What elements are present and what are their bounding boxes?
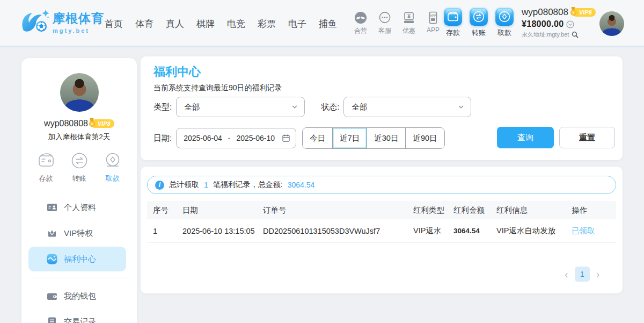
col-date: 日期 — [182, 205, 263, 216]
sidebar-action-label: 取款 — [106, 174, 120, 183]
logo-icon — [19, 9, 50, 35]
coupon-icon: ¥ — [402, 11, 416, 25]
app-download-button[interactable]: APP APP — [422, 11, 444, 35]
sidebar-item-vip[interactable]: VIP特权 — [28, 221, 126, 246]
promo-button[interactable]: ¥ 优惠 — [398, 11, 420, 35]
summary-prefix: 总计领取 — [169, 180, 199, 190]
support-button[interactable]: 客服 — [374, 11, 396, 35]
welfare-table: 序号 日期 订单号 红利类型 红利金额 红利信息 操作 1 2025-06-10… — [147, 201, 616, 243]
welfare-results-card: i 总计领取 1 笔福利记录，总金额: 3064.54 序号 日期 订单号 红利… — [141, 167, 623, 293]
table-header: 序号 日期 订单号 红利类型 红利金额 红利信息 操作 — [147, 201, 616, 219]
id-card-icon — [47, 202, 57, 213]
calendar-icon — [282, 134, 290, 142]
logo[interactable]: 摩根体育 mgty.bet — [19, 9, 104, 35]
next-page-button[interactable]: › — [596, 267, 600, 282]
summary-amount: 3064.54 — [288, 181, 315, 189]
permanent-url: 永久地址:mgty.bet — [522, 31, 569, 39]
prev-page-button[interactable]: ‹ — [565, 267, 568, 282]
sidebar-item-records[interactable]: 交易记录 — [28, 310, 126, 323]
range-7days-button[interactable]: 近7日 — [332, 128, 367, 148]
date-to: 2025-06-10 — [236, 134, 275, 142]
top-header: 摩根体育 mgty.bet 首页 体育 真人 棋牌 电竞 彩票 电子 捕鱼 合营 — [0, 0, 644, 47]
summary-bar: i 总计领取 1 笔福利记录，总金额: 3064.54 — [147, 176, 616, 194]
transfer-tile — [470, 8, 488, 26]
cell-bonus-amount: 3064.54 — [453, 227, 496, 235]
type-select[interactable]: 全部 — [176, 97, 305, 117]
cell-order-no: DD202506101315053D3VWuJsf7 — [263, 227, 413, 235]
nav-esports[interactable]: 电竞 — [227, 18, 245, 30]
quick-icon-label: APP — [427, 26, 440, 34]
sidebar-item-label: VIP特权 — [64, 228, 93, 239]
sidebar-item-label: 我的钱包 — [64, 291, 96, 302]
nav-lottery[interactable]: 彩票 — [258, 18, 276, 30]
cell-bonus-info: VIP返水自动发放 — [496, 226, 572, 236]
date-from: 2025-06-04 — [184, 134, 222, 142]
range-30days-button[interactable]: 近30日 — [367, 128, 405, 148]
col-bonus-info: 红利信息 — [496, 205, 572, 216]
account-sidebar: wyp080808 VIP8 加入摩根体育第2天 存款 — [21, 58, 137, 323]
query-button[interactable]: 查询 — [497, 127, 554, 148]
sidebar-menu: 个人资料 VIP特权 — [21, 195, 137, 323]
chevron-down-icon — [458, 104, 464, 110]
withdraw-button[interactable]: 取款 — [494, 8, 515, 38]
pagination: ‹ 1 › — [565, 267, 599, 282]
logo-title: 摩根体育 — [53, 10, 104, 27]
nav-slots[interactable]: 电子 — [288, 18, 306, 30]
user-avatar[interactable] — [599, 11, 624, 36]
claimed-status-label: 已领取 — [572, 226, 616, 236]
medal-icon — [569, 7, 577, 16]
sidebar-item-welfare[interactable]: 福利中心 — [28, 247, 126, 271]
partner-button[interactable]: 合营 — [350, 11, 371, 35]
menu-divider — [30, 277, 128, 277]
wallet-action-label: 取款 — [497, 28, 511, 38]
sidebar-deposit-button[interactable]: 存款 — [34, 150, 58, 183]
nav-home[interactable]: 首页 — [105, 18, 123, 30]
sidebar-item-profile[interactable]: 个人资料 — [28, 195, 126, 220]
range-today-button[interactable]: 今日 — [303, 128, 332, 148]
withdraw-tile — [495, 8, 514, 26]
nav-card-games[interactable]: 棋牌 — [196, 18, 215, 30]
status-select[interactable]: 全部 — [343, 97, 471, 117]
type-label: 类型: — [153, 102, 172, 112]
quick-icon-label: 优惠 — [402, 26, 415, 35]
filter-row-type-status: 类型: 全部 状态: 全部 — [153, 97, 471, 117]
sidebar-avatar[interactable] — [60, 73, 99, 112]
sidebar-withdraw-button[interactable]: 取款 — [101, 150, 125, 183]
nav-sports[interactable]: 体育 — [135, 18, 153, 30]
username[interactable]: wyp080808 — [522, 7, 568, 18]
records-icon — [47, 317, 57, 323]
col-index: 序号 — [153, 205, 182, 216]
transfer-button[interactable]: 转账 — [468, 8, 489, 38]
sidebar-transfer-button[interactable]: 转账 — [68, 150, 91, 183]
quick-icon-label: 客服 — [378, 26, 391, 35]
date-range-input[interactable]: 2025-06-04 - 2025-06-10 — [176, 128, 296, 148]
nav-live-casino[interactable]: 真人 — [166, 18, 184, 30]
table-row: 1 2025-06-10 13:15:05 DD202506101315053D… — [147, 219, 616, 243]
main-nav: 首页 体育 真人 棋牌 电竞 彩票 电子 捕鱼 — [105, 0, 337, 47]
nav-fishing[interactable]: 捕鱼 — [319, 18, 337, 30]
page-1-button[interactable]: 1 — [575, 267, 590, 282]
col-bonus-amount: 红利金额 — [453, 205, 496, 216]
wallet-action-label: 存款 — [446, 28, 460, 38]
page: 摩根体育 mgty.bet 首页 体育 真人 棋牌 电竞 彩票 电子 捕鱼 合营 — [0, 0, 644, 323]
col-order-no: 订单号 — [263, 205, 413, 216]
vip-level-label: VIP8 — [579, 9, 592, 16]
status-label: 状态: — [321, 102, 339, 112]
user-info: wyp080808 VIP8 ¥18000.00 永久 — [522, 7, 602, 39]
range-90days-button[interactable]: 近90日 — [405, 128, 444, 148]
type-select-value: 全部 — [184, 102, 200, 112]
page-subtitle: 当前系统支持查询最近90日的福利记录 — [153, 83, 282, 93]
reset-button[interactable]: 重置 — [559, 127, 615, 148]
transfer-icon — [69, 150, 90, 171]
filter-row-date: 日期: 2025-06-04 - 2025-06-10 今日 近7日 近30日 … — [153, 127, 445, 149]
balance-toggle-icon[interactable] — [566, 20, 574, 28]
date-separator: - — [228, 134, 231, 142]
date-label: 日期: — [153, 133, 172, 143]
sidebar-item-wallet[interactable]: 我的钱包 — [28, 284, 126, 308]
search-icon[interactable] — [572, 31, 579, 38]
cell-bonus-type: VIP返水 — [413, 226, 453, 236]
phone-icon: APP — [426, 11, 440, 25]
deposit-button[interactable]: 存款 — [442, 8, 464, 38]
summary-middle: 笔福利记录，总金额: — [213, 180, 283, 190]
handshake-icon — [354, 11, 368, 25]
